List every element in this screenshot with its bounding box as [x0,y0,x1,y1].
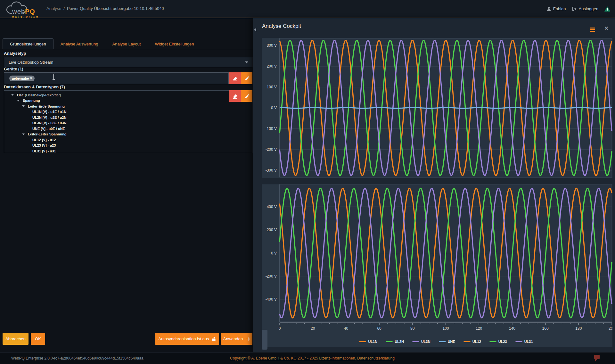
autosync-button[interactable]: Autosynchronisation ist aus [155,333,219,345]
tree-row-label: Leiter-Leiter Spannung [28,132,66,136]
legend-item-ul1n[interactable]: UL1N [359,340,377,344]
tree-row-label: UL31 [V] - u31 [32,149,56,153]
tree-row-label: UL23 [V] - u23 [32,143,56,147]
tree-row[interactable]: Spannung [4,98,252,104]
copyright-link[interactable]: Copyright © A. Eberle GmbH & Co. KG 2017… [230,356,318,360]
y-axis-label: -200 V [266,147,277,152]
logout-label: Ausloggen [579,6,598,11]
legend-label: UL3N [421,340,430,344]
y-axis-label: 300 V [267,43,277,48]
breadcrumb-current: Power Quality Übersicht uebergabe 10.10.… [67,6,164,11]
geraete-clear-button[interactable] [229,72,241,84]
settings-tabbar: GrundeinstellungenAnalyse AuswertungAnal… [3,38,201,49]
tree-row[interactable]: UL23 [V] - u23 [4,143,252,149]
lock-icon [212,336,216,341]
user-menu[interactable]: Fabian [546,6,566,11]
x-axis-label: 100 [442,326,449,331]
close-icon[interactable]: ✕ [604,25,609,31]
x-axis-label: 120 [476,326,482,331]
y-axis-label: 400 V [267,205,277,209]
tab-analyse-auswertung[interactable]: Analyse Auswertung [53,38,105,49]
tree-row[interactable]: UL31 [V] - u31 [4,148,252,154]
tree-row[interactable]: Leiter-Erde Spannung [4,103,252,109]
tree-row[interactable]: UNE [V] - u0E / uNE [4,126,252,132]
x-axis-label: 60 [377,326,381,331]
legend-label: UL12 [472,340,481,344]
tree-caret-icon[interactable] [22,133,25,135]
widget-menu-icon[interactable] [590,28,595,32]
tree-caret-icon[interactable] [11,94,14,96]
logo-text: webPQ [12,8,35,15]
abbrechen-button[interactable]: Abbrechen [3,333,29,345]
device-tag[interactable]: uebergabe × [9,76,35,81]
remove-tag-icon[interactable]: × [30,77,32,80]
panel-scrollbar-thumb[interactable] [262,330,267,350]
logout-button[interactable]: Ausloggen [572,6,598,11]
y-axis-label: 0 V [271,106,277,110]
breadcrumb-separator: / [63,6,65,11]
y-axis-label: -200 V [266,274,277,279]
legend-swatch [359,341,366,342]
tree-row-label: Spannung [23,99,40,102]
legend-item-une[interactable]: UNE [439,340,455,344]
app-root: webPQ enterprise Analyse/Power Quality Ü… [0,0,615,364]
legend-label: UL2N [395,340,404,344]
tree-row[interactable]: UL12 [V] - u12 [4,137,252,143]
legend-swatch [463,341,471,342]
oscilloscope-chart-2[interactable]: UL1NUL2NUL3NUNEUL12UL23UL31 400 V200 V0 … [262,184,612,347]
ok-button[interactable]: OK [31,333,45,345]
legend-swatch [515,341,522,342]
x-axis-label: 0 [279,326,281,331]
warning-icon[interactable] [604,6,611,12]
eraser-icon [232,93,238,99]
tree-row[interactable]: Osc(Oszilloskop-Rekorder) [4,92,252,98]
user-name: Fabian [553,6,566,11]
x-axis-label: 180 [575,326,582,331]
oscilloscope-chart-1[interactable]: 300 V200 V100 V0 V-100 V-200 V-300 V [262,38,612,178]
geraete-edit-button[interactable] [241,72,252,84]
license-link[interactable]: Lizenz-Informationen [319,356,355,360]
panel-collapse-chevron-icon[interactable] [254,28,256,32]
tab-grundeinstellungen[interactable]: Grundeinstellungen [3,38,53,49]
tree-row[interactable]: UL2N [V] - u2E / u2N [4,115,252,120]
legend-item-ul12[interactable]: UL12 [463,340,481,344]
tab-analyse-layout[interactable]: Analyse Layout [105,38,148,49]
tree-caret-icon[interactable] [17,100,20,101]
legend-swatch [439,341,446,342]
x-axis-label: 160 [542,326,549,331]
chart-svg: 300 V200 V100 V0 V-100 V-200 V-300 V [262,38,612,178]
x-axis-label: 140 [509,326,515,331]
tree-caret-icon[interactable] [22,105,25,107]
chat-bubble-icon[interactable] [594,355,600,359]
person-icon [546,6,551,11]
geraete-input[interactable]: uebergabe × [4,72,229,84]
tree-row-label: UL12 [V] - u12 [32,138,56,142]
tab-widget-einstellungen[interactable]: Widget Einstellungen [148,38,201,49]
tree-row[interactable]: Leiter-Leiter Spannung [4,132,252,137]
legend-swatch [489,341,496,342]
cockpit-title: Analyse Cockpit [262,23,301,29]
x-axis-label: 200 [609,326,612,331]
legend-item-ul31[interactable]: UL31 [515,340,533,344]
tree-edit-button[interactable] [241,90,252,102]
footer: WebPQ Enterprise 2.0.0-rc7-a2d00454ef540… [0,352,615,364]
x-axis-label: 20 [311,326,315,331]
tree-clear-button[interactable] [229,90,241,102]
webpq-logo[interactable]: webPQ enterprise [4,1,43,17]
legend-item-ul2n[interactable]: UL2N [386,340,404,344]
text-cursor [52,74,55,80]
legend-swatch [412,341,419,342]
y-axis-label: 0 V [271,251,277,255]
pencil-icon [244,93,250,99]
anwenden-button[interactable]: Anwenden [221,333,252,345]
analysetyp-select[interactable]: Live Oszilloskop Stream [4,57,252,67]
tree-row-label: Leiter-Erde Spannung [28,104,65,108]
tree-row[interactable]: UL3N [V] - u3E / u3N [4,120,252,126]
tree-row[interactable]: UL1N [V] - u1E / u1N [4,109,252,115]
legend-label: UL23 [498,340,507,344]
legend-item-ul23[interactable]: UL23 [489,340,507,344]
privacy-link[interactable]: Datenschutzerklärung [357,356,395,360]
legend-item-ul3n[interactable]: UL3N [412,340,430,344]
eraser-icon [232,76,238,81]
breadcrumb-root[interactable]: Analyse [46,6,61,11]
